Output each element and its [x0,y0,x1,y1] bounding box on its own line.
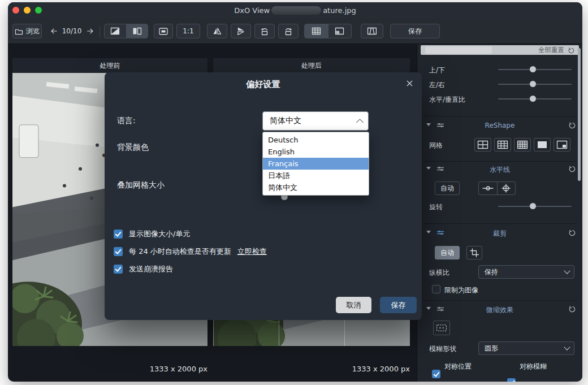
auto-update-label: 每 24 小时自动检查是否有更新 [129,246,231,257]
dialog-close-button[interactable] [404,77,415,89]
language-option[interactable]: English [263,146,369,158]
grid-style-custom-button[interactable] [554,138,570,152]
rotate-slider-knob[interactable] [530,203,536,209]
language-combobox[interactable]: 简体中文 [262,111,369,131]
sidebar-divider [423,300,577,301]
left-right-slider[interactable] [498,81,572,88]
reshape-reset-icon[interactable] [568,122,576,129]
after-size-caption: 1333 x 2000 px [213,365,410,373]
left-right-slider-knob[interactable] [530,81,536,87]
aspect-ratio-label: 纵横比 [429,268,449,278]
close-icon [407,80,413,86]
show-size-checkbox[interactable] [114,230,123,239]
crash-report-checkbox[interactable] [114,265,123,274]
straighten-tool-button[interactable] [479,182,497,194]
crop-reset-icon[interactable] [568,229,576,236]
rotate-right-button[interactable] [278,24,299,38]
horizon-tool-segment [478,181,516,195]
h-v-ratio-slider[interactable] [498,96,572,102]
level-tool-button[interactable] [497,182,516,194]
window-title: DxO View ature.jpg [8,2,582,18]
preferences-dialog: 偏好设置 语言: 简体中文 Deutsch English Français 日… [105,72,422,320]
fit-view-icon [159,28,168,35]
reset-bar-ghost-control [425,46,492,54]
sidebar-divider [423,116,577,116]
blur-shape-value: 圆形 [485,344,498,353]
split-view-icon [110,27,120,35]
sidebar-scrollbar[interactable] [578,48,581,181]
blur-shape-dropdown[interactable]: 圆形 [478,341,574,355]
horizon-auto-button[interactable]: 自动 [435,181,460,195]
window-title-suffix: ature.jpg [323,6,356,15]
h-v-ratio-label: 水平/垂直比 [429,95,465,105]
next-image-button[interactable] [84,24,96,38]
rotate-label: 旋转 [429,202,443,212]
grid-on-button[interactable] [305,24,328,38]
rotate-left-button[interactable] [254,24,275,38]
flip-horizontal-button[interactable] [207,24,227,38]
side-by-side-button[interactable] [126,24,148,38]
up-down-label: 上/下 [429,66,445,75]
reset-all-icon [568,47,574,54]
grid-corner-button[interactable] [328,24,352,38]
miniature-reset-icon[interactable] [568,305,576,313]
title-bar: DxO View ature.jpg [8,2,582,18]
symmetric-position-label: 对称位置 [444,362,472,371]
grid-corner-icon [335,27,344,35]
language-option[interactable]: Deutsch [263,134,369,146]
horizon-auto-label: 自动 [440,184,454,193]
crop-section-title: 裁剪 [417,229,582,239]
redaction-pill [271,6,321,15]
tools-sidebar: 全部重置 上/下 左/右 水平/垂直比 ReShape 网格 [417,44,582,382]
grid-style-3x3-button[interactable] [494,138,511,152]
language-option-selected[interactable]: Français [263,158,369,170]
perspective-overlay-button[interactable] [361,24,383,38]
up-down-slider[interactable] [498,66,572,73]
grid-style-4x4-button[interactable] [514,138,531,152]
language-value: 简体中文 [270,116,301,126]
language-option[interactable]: 日本語 [263,170,369,181]
show-size-row: 显示图像大小/单元 [114,229,190,239]
zoom-100-label: 1:1 [183,27,193,35]
zoom-100-button[interactable]: 1:1 [176,24,200,38]
check-now-link[interactable]: 立即检查 [237,246,267,257]
horizon-reset-icon[interactable] [568,165,576,172]
dialog-cancel-button[interactable]: 取消 [336,297,371,313]
limit-to-image-checkbox[interactable] [432,285,440,293]
window-title-prefix: DxO View [234,6,270,15]
perspective-lines-icon [367,27,377,35]
crop-tool-button[interactable] [466,246,482,259]
miniature-area-button[interactable] [433,321,450,335]
auto-update-checkbox[interactable] [114,247,123,256]
reset-all-bar[interactable]: 全部重置 [421,45,579,55]
dialog-save-button[interactable]: 保存 [380,297,417,313]
symmetric-blur-checkbox[interactable] [507,378,516,382]
grid-icon [312,27,321,35]
h-v-ratio-slider-knob[interactable] [530,96,536,102]
fit-view-button[interactable] [154,24,173,38]
toolbar-separator [100,26,100,37]
language-option[interactable]: 简体中文 [263,181,369,193]
symmetric-position-checkbox[interactable] [432,370,440,378]
before-label: 处理前 [100,61,120,71]
browse-label: 浏览 [26,27,40,36]
aspect-ratio-value: 保持 [485,267,498,277]
reset-all-label: 全部重置 [538,46,564,54]
language-label: 语言: [117,116,136,126]
rotate-slider[interactable] [498,203,572,210]
grid-style-solid-button[interactable] [534,138,551,152]
toolbar-save-button[interactable]: 保存 [390,24,440,38]
up-down-slider-knob[interactable] [530,66,536,72]
prev-image-button[interactable] [47,24,60,38]
crop-auto-button[interactable]: 自动 [435,246,460,259]
aspect-ratio-dropdown[interactable]: 保持 [478,265,574,279]
split-view-button[interactable] [105,24,126,38]
grid-style-2x2-button[interactable] [474,138,491,152]
toolbar-save-label: 保存 [408,27,422,36]
side-by-side-icon [132,27,142,35]
left-right-label: 左/右 [429,80,445,90]
arrow-right-icon [86,27,94,35]
browse-button[interactable]: 浏览 [12,24,42,38]
flip-vertical-button[interactable] [231,24,251,38]
crash-report-row: 发送崩溃报告 [114,264,173,274]
